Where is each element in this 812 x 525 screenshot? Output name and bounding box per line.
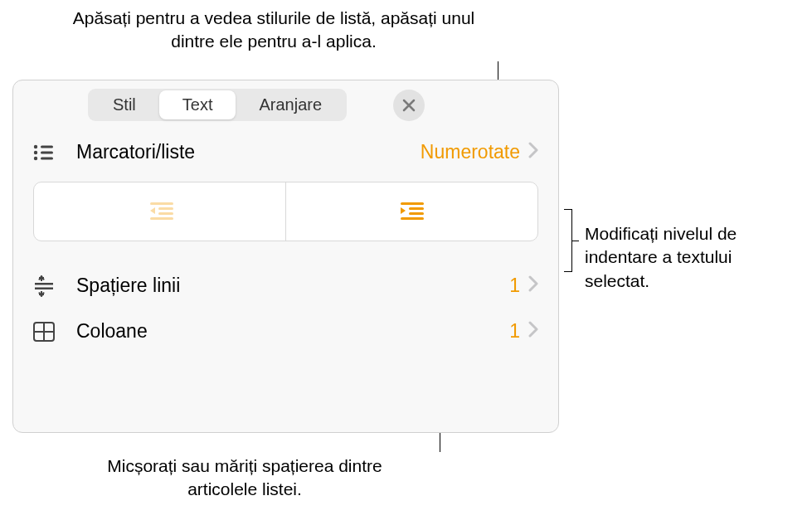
svg-point-2 [34, 150, 37, 153]
bullets-icon [33, 143, 61, 162]
panel-header: Stil Text Aranjare [13, 80, 558, 129]
svg-rect-9 [150, 217, 173, 220]
callout-line-right [572, 241, 579, 241]
tab-arrange-label: Aranjare [259, 95, 322, 114]
svg-rect-1 [41, 145, 53, 148]
svg-rect-8 [158, 212, 173, 215]
svg-rect-3 [41, 151, 53, 153]
callout-right: Modificați nivelul de indentare a textul… [585, 222, 800, 293]
chevron-right-icon [528, 141, 538, 163]
tab-text[interactable]: Text [159, 90, 236, 119]
callout-bracket-right [564, 209, 572, 272]
tab-segmented-control: Stil Text Aranjare [88, 89, 347, 121]
row-columns-value: 1 [509, 320, 520, 343]
row-columns-label: Coloane [76, 320, 509, 343]
callout-top-text: Apăsați pentru a vedea stilurile de list… [73, 8, 474, 51]
svg-point-0 [34, 144, 37, 148]
svg-point-4 [34, 156, 37, 159]
svg-rect-7 [158, 207, 173, 210]
svg-rect-6 [150, 202, 173, 205]
chevron-right-icon [528, 275, 538, 297]
indent-button-group [33, 182, 538, 241]
outdent-button[interactable] [34, 182, 286, 241]
callout-bottom: Micșorați sau măriți spațierea dintre ar… [79, 455, 411, 502]
svg-rect-11 [409, 207, 424, 210]
close-button[interactable] [393, 90, 425, 121]
indent-button[interactable] [286, 182, 537, 241]
svg-rect-12 [409, 212, 424, 215]
columns-icon [33, 322, 61, 342]
row-line-spacing-value: 1 [509, 275, 520, 297]
tab-style[interactable]: Stil [90, 90, 159, 119]
row-line-spacing-label: Spațiere linii [76, 275, 509, 297]
line-spacing-icon [33, 275, 61, 297]
tab-arrange[interactable]: Aranjare [236, 90, 345, 119]
svg-rect-14 [35, 283, 53, 285]
chevron-right-icon [528, 320, 538, 343]
callout-right-text: Modificați nivelul de indentare a textul… [585, 224, 737, 290]
row-bullets-value: Numerotate [421, 141, 520, 163]
tab-style-label: Stil [113, 95, 136, 114]
row-bullets-label: Marcatori/liste [76, 141, 421, 163]
outdent-icon [143, 200, 177, 223]
svg-rect-5 [41, 157, 53, 159]
svg-rect-10 [401, 202, 424, 205]
format-panel: Stil Text Aranjare Marcatori/liste [12, 80, 559, 433]
svg-rect-13 [401, 217, 424, 220]
row-bullets-lists[interactable]: Marcatori/liste Numerotate [13, 129, 558, 175]
callout-bottom-text: Micșorați sau măriți spațierea dintre ar… [107, 456, 382, 498]
indent-icon [396, 200, 429, 223]
callout-top: Apăsați pentru a vedea stilurile de list… [50, 7, 498, 54]
tab-text-label: Text [182, 95, 213, 114]
row-columns[interactable]: Coloane 1 [13, 309, 558, 354]
row-line-spacing[interactable]: Spațiere linii 1 [13, 256, 558, 309]
close-icon [402, 99, 416, 112]
svg-rect-15 [35, 287, 53, 289]
